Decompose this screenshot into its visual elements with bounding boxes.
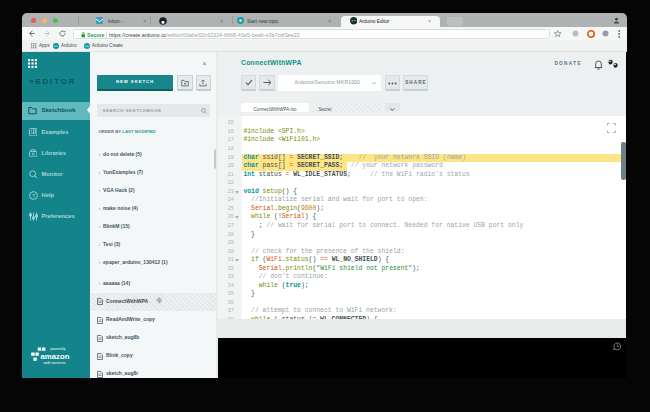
svg-text:amazon: amazon (41, 351, 70, 360)
svg-text:?: ? (31, 192, 34, 198)
svg-text:web services: web services (44, 360, 66, 364)
